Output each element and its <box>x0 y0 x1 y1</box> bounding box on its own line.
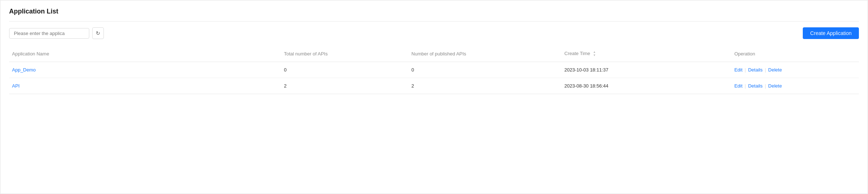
operation-cell: Edit|Details|Delete <box>731 62 859 78</box>
app-name-link[interactable]: API <box>12 83 20 89</box>
col-header-published-apis: Number of published APIs <box>408 46 562 62</box>
create-application-button[interactable]: Create Application <box>803 27 859 39</box>
published-apis-cell: 2 <box>408 78 562 94</box>
delete-button[interactable]: Delete <box>768 67 782 73</box>
published-apis-cell: 0 <box>408 62 562 78</box>
create-time-cell: 2023-08-30 18:56:44 <box>562 78 731 94</box>
total-apis-cell: 2 <box>281 78 408 94</box>
toolbar: ↻ Create Application <box>9 27 859 39</box>
table-row: API222023-08-30 18:56:44Edit|Details|Del… <box>9 78 859 94</box>
edit-button[interactable]: Edit <box>734 67 742 73</box>
refresh-icon: ↻ <box>96 30 100 36</box>
op-divider: | <box>745 83 746 89</box>
app-name-link[interactable]: App_Demo <box>12 67 36 73</box>
op-divider: | <box>765 67 766 73</box>
op-divider: | <box>745 67 746 73</box>
edit-button[interactable]: Edit <box>734 83 742 89</box>
col-header-operation: Operation <box>731 46 859 62</box>
sort-icon: ▲ ▼ <box>593 51 596 57</box>
refresh-button[interactable]: ↻ <box>92 27 104 39</box>
total-apis-cell: 0 <box>281 62 408 78</box>
table-header: Application Name Total number of APIs Nu… <box>9 46 859 62</box>
col-header-create-time[interactable]: Create Time ▲ ▼ <box>562 46 731 62</box>
search-input[interactable] <box>9 28 89 39</box>
page-title: Application List <box>9 8 859 22</box>
col-header-total-apis: Total number of APIs <box>281 46 408 62</box>
applications-table: Application Name Total number of APIs Nu… <box>9 46 859 94</box>
details-button[interactable]: Details <box>748 83 763 89</box>
toolbar-left: ↻ <box>9 27 104 39</box>
details-button[interactable]: Details <box>748 67 763 73</box>
op-divider: | <box>765 83 766 89</box>
table-row: App_Demo002023-10-03 18:11:37Edit|Detail… <box>9 62 859 78</box>
page-container: Application List ↻ Create Application Ap… <box>0 0 868 194</box>
create-time-cell: 2023-10-03 18:11:37 <box>562 62 731 78</box>
operation-cell: Edit|Details|Delete <box>731 78 859 94</box>
table-body: App_Demo002023-10-03 18:11:37Edit|Detail… <box>9 62 859 94</box>
delete-button[interactable]: Delete <box>768 83 782 89</box>
col-header-name: Application Name <box>9 46 281 62</box>
